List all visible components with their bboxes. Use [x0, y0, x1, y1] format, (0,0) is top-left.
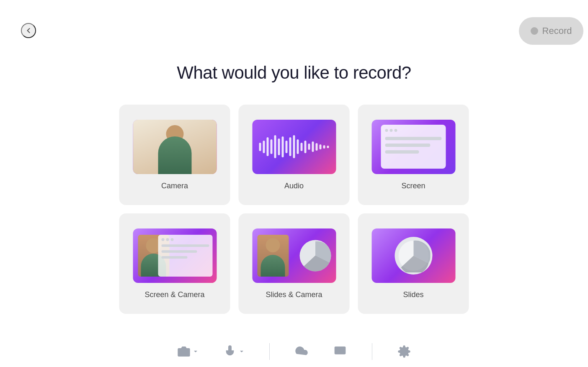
- screen-camera-card-image: [133, 228, 217, 283]
- slides-camera-pie: [299, 240, 331, 271]
- toolbar-teleprompter[interactable]: [333, 345, 347, 358]
- screen-camera-card[interactable]: Screen & Camera: [119, 213, 230, 314]
- screen-camera-card-label: Screen & Camera: [144, 290, 204, 299]
- slides-camera-card-label: Slides & Camera: [266, 290, 322, 299]
- back-button[interactable]: [21, 23, 36, 38]
- toolbar-mic[interactable]: [223, 345, 244, 358]
- toolbar-settings[interactable]: [397, 345, 411, 358]
- toolbar-camera[interactable]: [177, 345, 198, 358]
- camera-card-image: [133, 120, 217, 174]
- page-title: What would you like to record?: [0, 63, 588, 83]
- toolbar-divider-2: [372, 343, 372, 360]
- slides-card-image: [371, 228, 455, 283]
- record-button[interactable]: Record: [519, 17, 583, 45]
- toolbar-divider: [269, 343, 270, 360]
- mic-chevron-icon: [239, 349, 244, 354]
- slides-camera-person: [257, 235, 289, 277]
- camera-card-label: Camera: [161, 182, 188, 190]
- svg-rect-6: [335, 346, 346, 354]
- screen-card[interactable]: Screen: [358, 105, 469, 205]
- slides-camera-card[interactable]: Slides & Camera: [239, 213, 350, 314]
- svg-point-2: [182, 350, 186, 354]
- camera-chevron-icon: [193, 349, 198, 354]
- slides-card-label: Slides: [403, 290, 423, 299]
- upload-icon: [295, 345, 308, 358]
- settings-icon: [397, 345, 411, 358]
- slides-pie: [395, 237, 432, 275]
- teleprompter-icon: [333, 345, 347, 358]
- record-label: Record: [542, 26, 572, 36]
- screen-card-image: [371, 120, 455, 174]
- toolbar: [0, 336, 588, 367]
- slides-camera-card-image: [252, 228, 336, 283]
- audio-card-label: Audio: [284, 182, 304, 190]
- recording-options-grid: Camera: [119, 105, 469, 314]
- audio-card-image: [252, 120, 336, 174]
- camera-icon: [177, 345, 191, 358]
- audio-card[interactable]: Audio: [239, 105, 350, 205]
- waveform-icon: [259, 134, 329, 159]
- mic-icon: [223, 345, 237, 358]
- record-dot-icon: [531, 27, 538, 35]
- screen-mock: [381, 125, 446, 169]
- toolbar-upload[interactable]: [295, 345, 308, 358]
- screen-card-label: Screen: [401, 182, 425, 190]
- slides-card[interactable]: Slides: [358, 213, 469, 314]
- camera-card[interactable]: Camera: [119, 105, 230, 205]
- sc-screen-mock: [158, 235, 212, 277]
